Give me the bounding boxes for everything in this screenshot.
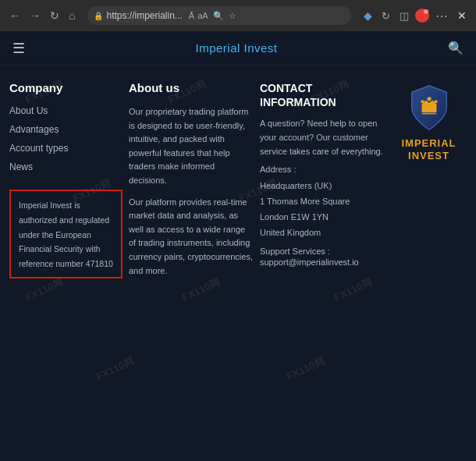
- browser-actions: ◆ ↻ ◫ ⋯ ✕: [361, 7, 470, 25]
- about-column: About us Our proprietary trading platfor…: [129, 81, 254, 285]
- logo-column: IMPERIAL INVEST: [391, 81, 467, 285]
- logo-name-line1: IMPERIAL: [401, 137, 456, 150]
- site-title: Imperial Invest: [195, 41, 277, 55]
- regulated-text: Imperial Invest is authorized and regula…: [19, 200, 113, 268]
- contact-heading: CONTACT INFORMATION: [260, 81, 385, 109]
- extension-icon[interactable]: ◆: [361, 8, 375, 23]
- nav-link-advantages[interactable]: Advantages: [9, 124, 123, 135]
- aa-icon: aA: [197, 11, 208, 20]
- logo-shield-icon: [406, 84, 453, 131]
- search-icon[interactable]: 🔍: [448, 41, 464, 55]
- nav-link-about[interactable]: About Us: [9, 105, 123, 116]
- street-text: 1 Thomas More Square: [260, 194, 385, 210]
- address-block: Headquarters (UK) 1 Thomas More Square L…: [260, 179, 385, 240]
- logo-name-line2: INVEST: [401, 150, 456, 162]
- svg-point-0: [427, 97, 431, 101]
- split-icon[interactable]: ◫: [396, 9, 412, 23]
- contact-intro: A question? Need help to open your accou…: [260, 117, 385, 158]
- about-paragraph-1: Our proprietary trading platform is desi…: [129, 105, 254, 188]
- site-topbar: ☰ Imperial Invest 🔍: [0, 31, 476, 66]
- more-options[interactable]: ⋯: [432, 7, 451, 25]
- address-bar[interactable]: 🔒 https://imperialin... Ă aA 🔍 ☆: [87, 6, 351, 25]
- url-text: https://imperialin...: [106, 10, 182, 21]
- browser-nav-buttons[interactable]: ← → ↻ ⌂: [6, 8, 78, 23]
- logo-name: IMPERIAL INVEST: [401, 137, 456, 161]
- contact-column: CONTACT INFORMATION A question? Need hel…: [260, 81, 385, 285]
- forward-button[interactable]: →: [27, 8, 44, 23]
- home-button[interactable]: ⌂: [66, 8, 78, 23]
- browser-chrome: ← → ↻ ⌂ 🔒 https://imperialin... Ă aA 🔍 …: [0, 0, 476, 31]
- translate-icon: Ă: [189, 11, 194, 20]
- refresh-icon[interactable]: ↻: [378, 9, 393, 23]
- company-heading: Company: [9, 81, 123, 94]
- svg-rect-4: [421, 110, 436, 112]
- city-text: London E1W 1YN: [260, 210, 385, 225]
- lock-icon: 🔒: [94, 12, 103, 20]
- profile-avatar[interactable]: [415, 9, 429, 23]
- address-label: Address :: [260, 165, 385, 174]
- headquarters-text: Headquarters (UK): [260, 179, 385, 194]
- star-icon[interactable]: ☆: [229, 11, 236, 21]
- regulated-box: Imperial Invest is authorized and regula…: [9, 190, 123, 278]
- main-content: FX110网FX110网FX110网FX110网FX110网FX110网FX11…: [0, 66, 476, 461]
- support-label: Support Services :: [260, 246, 385, 256]
- country-text: United Kingdom: [260, 225, 385, 241]
- close-button[interactable]: ✕: [454, 8, 470, 23]
- back-button[interactable]: ←: [6, 8, 23, 23]
- reload-button[interactable]: ↻: [47, 8, 62, 23]
- company-column: Company About Us Advantages Account type…: [9, 81, 123, 285]
- svg-rect-5: [421, 113, 436, 115]
- about-heading: About us: [129, 81, 254, 94]
- nav-link-news[interactable]: News: [9, 161, 123, 172]
- nav-link-account-types[interactable]: Account types: [9, 143, 123, 154]
- hamburger-menu[interactable]: ☰: [12, 40, 25, 57]
- about-paragraph-2: Our platform provides real-time market d…: [129, 196, 254, 278]
- support-email: support@imperialinvest.io: [260, 257, 385, 267]
- search-bar-icon: 🔍: [213, 11, 224, 21]
- footer-grid: Company About Us Advantages Account type…: [9, 81, 467, 285]
